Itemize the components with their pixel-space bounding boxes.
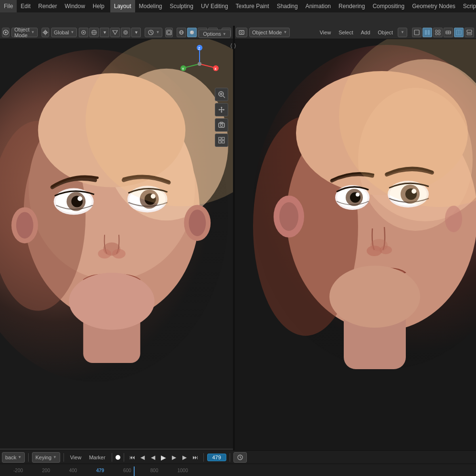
next-keyframe-button[interactable]: ▶ xyxy=(169,453,179,462)
timeline-scale-row: -200 200 400 479 600 800 1000 xyxy=(0,464,476,476)
rv-icon-5[interactable] xyxy=(454,28,464,37)
svg-rect-108 xyxy=(435,33,437,35)
right-viewport[interactable]: Object Mode ▼ View Select Add Object ▼ xyxy=(234,26,476,450)
solid-shading-icon[interactable] xyxy=(187,28,197,37)
options-chevron: ▼ xyxy=(222,32,226,36)
workspace-rendering[interactable]: Rendering xyxy=(335,0,369,12)
camera-tool-button[interactable] xyxy=(215,118,228,132)
svg-text:X: X xyxy=(214,67,217,71)
tl-view-menu[interactable]: View xyxy=(67,452,85,463)
transport-controls: ⏮ ◀ ◀ ▶ ▶ ▶ ⏭ xyxy=(127,453,200,462)
menu-help[interactable]: Help xyxy=(89,0,108,12)
snap-dropdown-icon[interactable]: ▼ xyxy=(100,28,109,37)
viewport-split-handle[interactable] xyxy=(233,26,235,450)
rv-select-menu[interactable]: Select xyxy=(336,28,356,37)
rv-icon-2[interactable] xyxy=(423,28,432,37)
transform-chevron: ▼ xyxy=(71,30,74,34)
xray-icon[interactable] xyxy=(165,28,173,37)
workspace-scripting[interactable]: Scripting xyxy=(459,0,476,12)
mirror-icon[interactable] xyxy=(110,28,120,37)
rv-view-menu[interactable]: View xyxy=(317,28,334,37)
svg-rect-116 xyxy=(467,33,472,35)
left-viewport[interactable]: Object Mode ▼ Global ▼ ▼ xyxy=(0,26,234,450)
rv-icon-1[interactable] xyxy=(412,28,422,37)
options-bar: Options ▼ xyxy=(199,30,231,38)
jump-end-button[interactable]: ⏭ xyxy=(190,453,200,462)
options-button[interactable]: Options ▼ xyxy=(199,30,231,38)
options-label: Options xyxy=(203,31,221,37)
tl-sep-2 xyxy=(63,453,64,462)
workspace-uv-editing[interactable]: UV Editing xyxy=(197,0,232,12)
next-frame-button[interactable]: ▶ xyxy=(180,453,190,462)
rv-extra-menu[interactable]: ▼ xyxy=(398,28,407,37)
viewport-gizmo[interactable]: Z X Y xyxy=(180,45,219,83)
menu-window[interactable]: Window xyxy=(61,0,89,12)
play-button[interactable]: ▶ xyxy=(159,453,169,462)
pan-tool-button[interactable] xyxy=(215,103,228,116)
workspace-layout[interactable]: Layout xyxy=(110,0,135,12)
lv-mode-icon[interactable] xyxy=(2,28,10,37)
proportional-icon[interactable] xyxy=(79,28,88,37)
workspace-sculpting[interactable]: Sculpting xyxy=(166,0,197,12)
snap-icon[interactable] xyxy=(89,28,99,37)
viewport-overlay-dropdown[interactable]: ▼ xyxy=(145,28,162,37)
transform-orientation-dropdown[interactable]: Global ▼ xyxy=(51,28,77,37)
svg-rect-104 xyxy=(425,30,427,35)
svg-point-40 xyxy=(125,31,127,33)
svg-rect-72 xyxy=(219,141,221,143)
workspace-shading[interactable]: Shading xyxy=(273,0,302,12)
menu-file[interactable]: File xyxy=(0,0,17,12)
svg-rect-71 xyxy=(222,137,224,140)
fps-button[interactable] xyxy=(233,452,247,463)
svg-rect-70 xyxy=(219,137,221,140)
prev-keyframe-button[interactable]: ◀ xyxy=(148,453,158,462)
workspace-animation[interactable]: Animation xyxy=(302,0,335,12)
menu-edit[interactable]: Edit xyxy=(17,0,34,12)
svg-text:Y: Y xyxy=(182,67,184,71)
scale-label-400: 400 xyxy=(69,468,77,473)
rv-add-menu[interactable]: Add xyxy=(358,28,373,37)
svg-rect-101 xyxy=(239,31,244,34)
rv-icon-4[interactable] xyxy=(444,28,453,37)
snap-icons-row: ▼ ▼ xyxy=(79,28,141,37)
jump-start-button[interactable]: ⏮ xyxy=(127,453,137,462)
tl-sep-5 xyxy=(203,453,204,462)
rv-object-menu[interactable]: Object xyxy=(375,28,396,37)
grid-tool-button[interactable] xyxy=(215,134,228,147)
transform-pivot-icon[interactable] xyxy=(42,28,49,37)
svg-text:Z: Z xyxy=(198,47,201,50)
rv-object-mode-label: Object Mode xyxy=(252,30,282,35)
tl-marker-dot xyxy=(116,455,120,460)
viewport-split-arrow[interactable]: ⟨ ⟩ xyxy=(230,42,236,49)
svg-rect-73 xyxy=(222,141,224,143)
tl-marker-dot-area xyxy=(116,455,120,460)
object-mode-chevron: ▼ xyxy=(31,30,35,34)
svg-point-39 xyxy=(124,31,127,34)
svg-rect-43 xyxy=(168,31,170,34)
timeline-bar: back ▼ Keying ▼ View Marker ⏮ ◀ ◀ ▶ ▶ ▶ … xyxy=(0,450,476,476)
back-button[interactable]: back ▼ xyxy=(2,452,25,463)
zoom-tool-button[interactable] xyxy=(215,88,228,101)
current-frame-number[interactable]: 479 xyxy=(207,454,226,461)
svg-point-47 xyxy=(190,31,194,34)
object-mode-dropdown[interactable]: Object Mode ▼ xyxy=(11,28,38,37)
workspace-texture-paint[interactable]: Texture Paint xyxy=(232,0,273,12)
workspace-modeling[interactable]: Modeling xyxy=(135,0,166,12)
scale-label-800: 800 xyxy=(150,468,159,473)
rv-object-mode-dropdown[interactable]: Object Mode ▼ xyxy=(249,28,290,37)
wireframe-shading-icon[interactable] xyxy=(177,28,186,37)
tl-marker-menu[interactable]: Marker xyxy=(86,452,108,463)
rv-icon-6[interactable] xyxy=(465,28,474,37)
workspace-geometry-nodes[interactable]: Geometry Nodes xyxy=(408,0,459,12)
rv-icon-3[interactable] xyxy=(433,28,443,37)
keying-button[interactable]: Keying ▼ xyxy=(32,452,60,463)
rv-camera-icon[interactable] xyxy=(236,28,247,37)
prev-frame-button[interactable]: ◀ xyxy=(138,453,148,462)
proportional-connected-icon[interactable] xyxy=(121,28,130,37)
menu-render[interactable]: Render xyxy=(34,0,61,12)
proportional-dropdown-icon[interactable]: ▼ xyxy=(131,28,141,37)
workspace-compositing[interactable]: Compositing xyxy=(369,0,408,12)
viewport-tools xyxy=(215,88,228,147)
top-menu-bar: File Edit Render Window Help Layout Mode… xyxy=(0,0,476,12)
tl-sep-1 xyxy=(28,453,29,462)
